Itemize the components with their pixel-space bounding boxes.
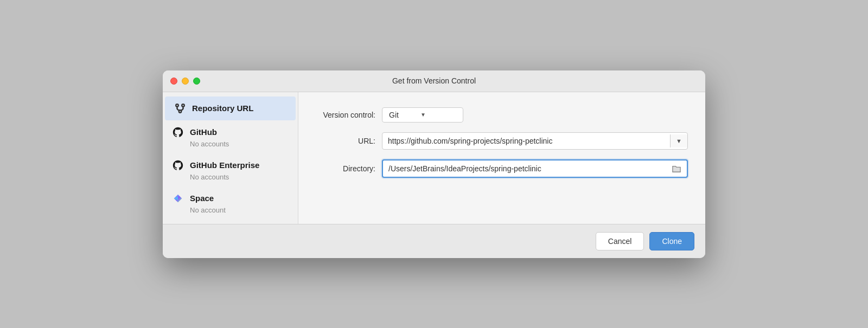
sidebar-item-repository-url[interactable]: Repository URL: [165, 97, 296, 120]
sidebar: Repository URL GitHub No accounts: [163, 92, 298, 224]
titlebar: Get from Version Control: [163, 70, 705, 92]
url-dropdown-button[interactable]: ▼: [670, 134, 687, 147]
directory-input[interactable]: [383, 160, 666, 177]
url-input[interactable]: [382, 133, 670, 149]
close-button[interactable]: [170, 78, 177, 85]
dialog: Get from Version Control: [163, 70, 705, 258]
directory-label: Directory:: [316, 164, 375, 173]
sidebar-item-space-label: Space: [190, 194, 214, 203]
url-input-wrapper: ▼: [382, 132, 688, 150]
sidebar-item-github-label: GitHub: [190, 127, 217, 137]
minimize-button[interactable]: [182, 78, 189, 85]
version-control-label: Version control:: [316, 111, 375, 119]
maximize-button[interactable]: [193, 78, 200, 85]
sidebar-item-github-enterprise[interactable]: GitHub Enterprise No accounts: [163, 153, 298, 186]
version-control-row: Version control: Git ▼: [316, 107, 688, 123]
sidebar-item-space-header: Space: [171, 192, 289, 205]
main-content: Version control: Git ▼ URL: ▼: [298, 92, 705, 224]
directory-row: Directory:: [316, 159, 688, 178]
window-title: Get from Version Control: [392, 76, 476, 85]
chevron-down-icon: ▼: [676, 138, 682, 144]
space-icon: [171, 192, 184, 205]
sidebar-item-repository-url-label: Repository URL: [192, 104, 253, 113]
fork-icon: [174, 102, 187, 115]
browse-button[interactable]: [666, 161, 687, 176]
github-enterprise-icon: [171, 159, 184, 172]
sidebar-item-github-enterprise-header: GitHub Enterprise: [171, 159, 289, 172]
version-control-select[interactable]: Git ▼: [382, 107, 463, 123]
chevron-down-icon: ▼: [420, 112, 426, 118]
sidebar-item-space-sublabel: No account: [171, 206, 289, 214]
folder-icon: [672, 164, 681, 173]
sidebar-item-github-sublabel: No accounts: [171, 140, 289, 148]
directory-input-wrapper: [382, 159, 688, 178]
sidebar-item-repository-url-header: Repository URL: [174, 102, 287, 115]
directory-control-wrapper: [382, 159, 688, 178]
github-icon: [171, 126, 184, 139]
url-control-wrapper: ▼: [382, 132, 688, 150]
cancel-button[interactable]: Cancel: [596, 232, 644, 250]
sidebar-item-github-enterprise-sublabel: No accounts: [171, 173, 289, 181]
sidebar-item-github[interactable]: GitHub No accounts: [163, 120, 298, 153]
clone-button[interactable]: Clone: [649, 232, 694, 250]
sidebar-item-github-header: GitHub: [171, 126, 289, 139]
sidebar-item-space[interactable]: Space No account: [163, 186, 298, 220]
url-label: URL:: [316, 137, 375, 145]
version-control-wrapper: Git ▼: [382, 107, 688, 123]
sidebar-item-github-enterprise-label: GitHub Enterprise: [190, 160, 259, 170]
dialog-body: Repository URL GitHub No accounts: [163, 92, 705, 224]
traffic-lights: [170, 78, 200, 85]
url-row: URL: ▼: [316, 132, 688, 150]
dialog-footer: Cancel Clone: [163, 224, 705, 258]
version-control-value: Git: [389, 111, 399, 119]
